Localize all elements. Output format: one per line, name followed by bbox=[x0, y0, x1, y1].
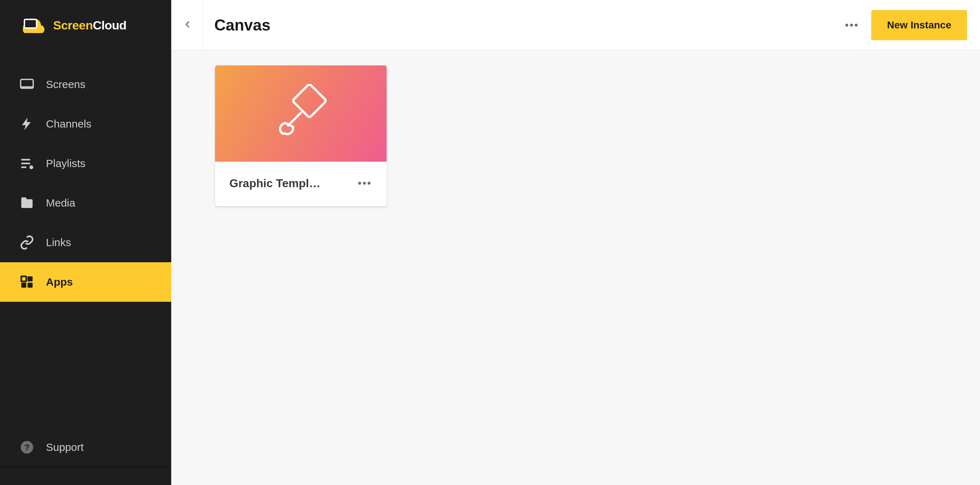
screen-icon bbox=[19, 77, 35, 92]
sidebar-item-label: Support bbox=[46, 441, 84, 453]
sidebar-item-screens[interactable]: Screens bbox=[0, 65, 171, 104]
svg-point-14 bbox=[855, 24, 858, 27]
sidebar-item-channels[interactable]: Channels bbox=[0, 104, 171, 144]
brand-text-part1: Screen bbox=[53, 18, 92, 32]
svg-rect-9 bbox=[28, 283, 33, 288]
brand-logo[interactable]: ScreenCloud bbox=[0, 0, 171, 50]
svg-point-18 bbox=[368, 182, 371, 185]
link-icon bbox=[19, 235, 35, 250]
topbar: Canvas New Instance bbox=[171, 0, 980, 50]
svg-rect-7 bbox=[28, 276, 33, 281]
brand-text-part2: Cloud bbox=[92, 18, 126, 32]
svg-point-17 bbox=[363, 182, 366, 185]
brand-mark-icon bbox=[19, 17, 45, 33]
sidebar-bottom-spacer bbox=[0, 467, 171, 485]
more-horizontal-icon bbox=[358, 180, 371, 187]
sidebar-item-label: Playlists bbox=[46, 157, 86, 169]
content-area: Graphic Templ… bbox=[171, 50, 980, 221]
main-area: Canvas New Instance Graphic Templ… bbox=[171, 0, 980, 485]
topbar-more-button[interactable] bbox=[839, 13, 864, 38]
brand-text: ScreenCloud bbox=[53, 18, 126, 32]
card-footer: Graphic Templ… bbox=[215, 162, 387, 206]
sidebar-nav: Screens Channels Playlists Media Links bbox=[0, 50, 171, 428]
svg-point-5 bbox=[29, 165, 33, 169]
svg-rect-6 bbox=[21, 276, 26, 281]
back-button[interactable] bbox=[171, 0, 204, 50]
more-horizontal-icon bbox=[845, 22, 858, 29]
svg-rect-8 bbox=[21, 283, 26, 288]
svg-text:?: ? bbox=[24, 442, 30, 452]
svg-point-13 bbox=[850, 24, 853, 27]
sidebar-item-links[interactable]: Links bbox=[0, 223, 171, 262]
sidebar-item-label: Apps bbox=[46, 276, 73, 288]
page-title: Canvas bbox=[204, 16, 270, 34]
sidebar-item-support[interactable]: ? Support bbox=[0, 428, 171, 467]
sidebar-item-playlists[interactable]: Playlists bbox=[0, 144, 171, 183]
svg-point-12 bbox=[845, 24, 848, 27]
card-thumbnail bbox=[215, 65, 387, 162]
brush-icon bbox=[272, 84, 329, 143]
card-more-button[interactable] bbox=[356, 175, 372, 191]
svg-rect-15 bbox=[292, 84, 326, 118]
sidebar-item-label: Channels bbox=[46, 118, 92, 130]
sidebar-item-label: Media bbox=[46, 197, 75, 209]
instance-card[interactable]: Graphic Templ… bbox=[215, 65, 387, 206]
svg-rect-0 bbox=[24, 19, 37, 28]
new-instance-button[interactable]: New Instance bbox=[871, 10, 967, 40]
folder-icon bbox=[19, 195, 35, 211]
sidebar-item-apps[interactable]: Apps bbox=[0, 262, 171, 302]
apps-icon bbox=[19, 274, 35, 290]
svg-point-16 bbox=[358, 182, 361, 185]
chevron-left-icon bbox=[182, 19, 192, 31]
card-title: Graphic Templ… bbox=[229, 177, 321, 190]
bolt-icon bbox=[19, 116, 35, 131]
playlist-icon bbox=[19, 156, 35, 171]
sidebar: ScreenCloud Screens Channels Playlists bbox=[0, 0, 171, 485]
sidebar-item-label: Links bbox=[46, 236, 71, 249]
help-icon: ? bbox=[19, 440, 35, 455]
sidebar-item-label: Screens bbox=[46, 78, 86, 91]
sidebar-item-media[interactable]: Media bbox=[0, 183, 171, 223]
